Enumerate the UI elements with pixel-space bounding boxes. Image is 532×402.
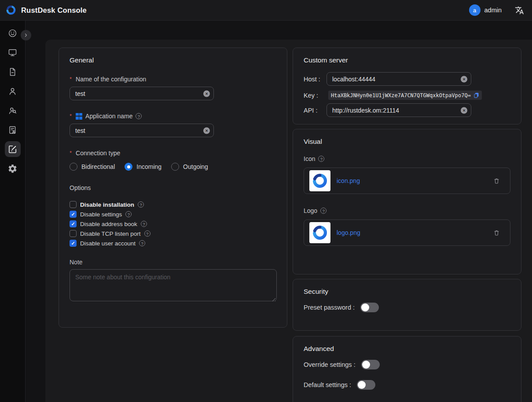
radio-label: Incoming <box>136 163 161 170</box>
clear-icon[interactable] <box>203 127 210 134</box>
clear-icon[interactable] <box>461 76 467 82</box>
radio-dot[interactable] <box>70 163 77 171</box>
config-name-label: Name of the configuration <box>70 76 276 83</box>
security-card: Security Preset password : <box>293 279 521 331</box>
delete-icon-button[interactable] <box>493 177 500 185</box>
radio-label: Outgoing <box>183 163 208 170</box>
sidebar-item-settings[interactable] <box>5 161 21 176</box>
trash-icon <box>493 177 500 185</box>
override-settings-toggle[interactable] <box>361 360 380 369</box>
sidebar-item-custom-clients[interactable] <box>5 141 21 157</box>
monitor-icon <box>7 48 18 58</box>
translate-icon <box>515 6 524 15</box>
radio-dot[interactable] <box>125 163 132 171</box>
copy-key-button[interactable] <box>473 92 480 99</box>
checkbox-unchecked[interactable] <box>70 201 77 208</box>
clear-icon[interactable] <box>461 107 467 113</box>
custom-server-card: Custom server Host : Key : HtaXBkJNHyn0e… <box>293 48 521 124</box>
options-label: Options <box>70 184 276 191</box>
sidebar-item-documents[interactable] <box>5 64 21 80</box>
preset-password-label: Preset password : <box>304 304 355 311</box>
option-row: Disable TCP listen port <box>70 229 276 238</box>
advanced-title: Advanced <box>304 345 510 353</box>
custom-server-title: Custom server <box>304 56 510 64</box>
help-icon[interactable] <box>136 113 142 119</box>
config-name-input[interactable] <box>70 87 214 100</box>
option-label: Disable address book <box>80 221 137 227</box>
icon-upload-row: icon.png <box>304 168 510 194</box>
language-button[interactable] <box>515 6 524 15</box>
key-label: Key : <box>304 92 327 99</box>
options-list: Disable installationDisable settingsDisa… <box>70 200 276 248</box>
checkbox-checked[interactable] <box>70 211 77 218</box>
application-name-input[interactable] <box>70 124 214 137</box>
preset-password-toggle[interactable] <box>360 303 379 312</box>
help-icon[interactable] <box>144 230 150 237</box>
edit-icon <box>7 144 18 154</box>
help-icon[interactable] <box>125 211 132 217</box>
user-menu[interactable]: a admin <box>469 4 502 16</box>
checkbox-unchecked[interactable] <box>70 230 77 237</box>
delete-logo-button[interactable] <box>493 229 500 237</box>
radio-dot[interactable] <box>171 163 179 171</box>
document-icon <box>7 67 18 77</box>
help-icon[interactable] <box>141 221 147 227</box>
user-icon <box>7 86 18 96</box>
application-name-label: Application name <box>70 113 276 120</box>
gear-icon <box>7 164 18 174</box>
note-label: Note <box>70 259 276 266</box>
help-icon[interactable] <box>318 156 324 162</box>
logo-label: Logo <box>304 207 510 214</box>
api-input[interactable] <box>327 103 471 117</box>
option-label: Disable user account <box>80 240 136 247</box>
radio-incoming[interactable]: Incoming <box>125 163 161 171</box>
host-input[interactable] <box>327 72 471 86</box>
audit-icon <box>7 125 18 135</box>
topbar: RustDesk Console a admin <box>0 0 532 21</box>
option-row: Disable installation <box>70 200 276 209</box>
rustdesk-logo-icon <box>5 4 17 16</box>
radio-bidirectional[interactable]: Bidirectional <box>70 163 115 171</box>
host-label: Host : <box>304 76 327 83</box>
sidebar-item-audit[interactable] <box>5 122 21 138</box>
advanced-card: Advanced Override settings : Default set… <box>293 336 521 402</box>
checkbox-checked[interactable] <box>70 240 77 247</box>
username: admin <box>484 7 502 14</box>
connection-type-label: Connection type <box>70 150 276 157</box>
sidebar-expand-button[interactable] <box>21 30 31 40</box>
trash-icon <box>493 229 500 237</box>
key-value-chip: HtaXBkJNHyn0e1U1jWXze7A7CN7QTGWqxkOtpaVp… <box>328 91 482 100</box>
sidebar-item-users[interactable] <box>5 83 21 99</box>
radio-label: Bidirectional <box>81 163 115 170</box>
note-textarea[interactable] <box>70 269 277 301</box>
brand: RustDesk Console <box>5 4 87 16</box>
logo-preview-image <box>309 222 330 243</box>
option-row: Disable settings <box>70 209 276 219</box>
sidebar-item-devices[interactable] <box>5 44 21 60</box>
logo-file-link[interactable]: logo.png <box>337 229 360 236</box>
copy-icon <box>473 92 480 99</box>
default-settings-toggle[interactable] <box>357 380 375 390</box>
help-icon[interactable] <box>138 201 144 208</box>
security-title: Security <box>304 288 510 296</box>
help-icon[interactable] <box>139 240 145 246</box>
checkbox-checked[interactable] <box>70 220 77 227</box>
clear-icon[interactable] <box>203 90 210 97</box>
app-title: RustDesk Console <box>21 6 87 15</box>
key-value: HtaXBkJNHyn0e1U1jWXze7A7CN7QTGWqxkOtpaVp… <box>331 92 471 99</box>
sidebar-item-overview[interactable] <box>5 25 21 41</box>
sidebar-item-find-user[interactable] <box>5 102 21 118</box>
avatar[interactable]: a <box>469 4 481 16</box>
radio-outgoing[interactable]: Outgoing <box>171 163 208 171</box>
option-label: Disable settings <box>80 211 122 218</box>
override-settings-label: Override settings : <box>304 361 356 368</box>
sidebar-nav <box>0 21 26 402</box>
smiley-icon <box>7 28 18 38</box>
help-icon[interactable] <box>320 208 327 214</box>
connection-type-group: BidirectionalIncomingOutgoing <box>70 163 276 171</box>
general-title: General <box>70 56 276 64</box>
visual-title: Visual <box>304 138 510 146</box>
option-row: Disable user account <box>70 238 276 248</box>
main-content: General Name of the configuration Applic… <box>45 40 532 402</box>
icon-file-link[interactable]: icon.png <box>337 177 360 184</box>
